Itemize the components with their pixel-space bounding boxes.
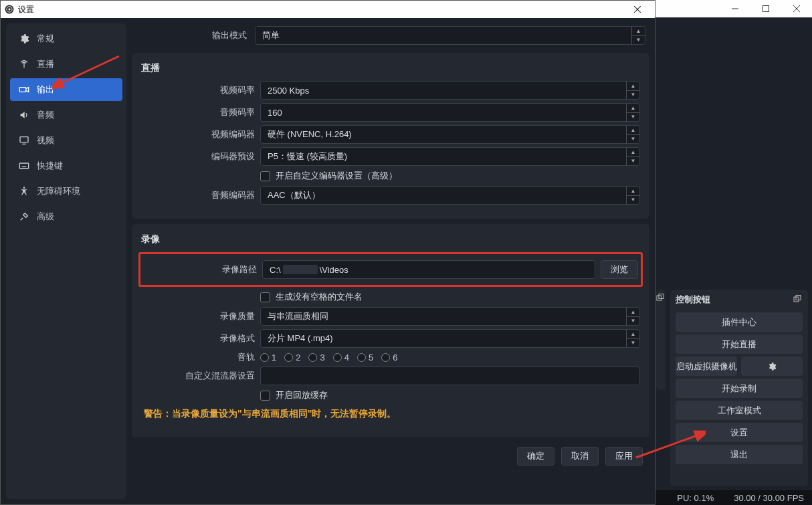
- exit-button[interactable]: 退出: [676, 445, 803, 464]
- studio-mode-button[interactable]: 工作室模式: [676, 401, 803, 420]
- svg-point-23: [23, 187, 25, 189]
- sidebar-item-label: 快捷键: [37, 160, 63, 172]
- close-icon: [634, 6, 641, 13]
- sidebar-item-general[interactable]: 常规: [10, 27, 122, 50]
- dialog-titlebar: 设置: [1, 1, 655, 18]
- record-path-label: 录像路径: [143, 264, 257, 276]
- video-bitrate-input[interactable]: 2500 Kbps ▲▼: [260, 81, 640, 100]
- monitor-icon: [18, 134, 30, 146]
- record-format-select[interactable]: 分片 MP4 (.mp4) ▲▼: [260, 329, 640, 348]
- main-window: 控制按钮 插件中心 开始直播 启动虚拟摄像机 开始录制 工作室模式 设置 退出 …: [655, 0, 812, 505]
- gear-icon: [767, 362, 777, 371]
- browse-button[interactable]: 浏览: [601, 260, 638, 279]
- apply-button[interactable]: 应用: [605, 447, 643, 466]
- accessibility-icon: [18, 185, 30, 197]
- select-spin-icon: ▲▼: [626, 148, 639, 165]
- sidebar-item-audio[interactable]: 音频: [10, 104, 122, 126]
- custom-encoder-checkbox[interactable]: [260, 171, 270, 181]
- select-spin-icon: ▲▼: [631, 27, 645, 44]
- record-quality-select[interactable]: 与串流画质相同 ▲▼: [260, 307, 640, 326]
- audio-encoder-select[interactable]: AAC（默认） ▲▼: [260, 186, 640, 205]
- record-path-input[interactable]: C:\\Videos: [262, 260, 595, 279]
- dialog-title: 设置: [18, 4, 620, 15]
- dialog-button-bar: 确定 取消 应用: [132, 443, 649, 472]
- controls-dock: 控制按钮 插件中心 开始直播 启动虚拟摄像机 开始录制 工作室模式 设置 退出: [670, 290, 808, 486]
- settings-content: 输出模式 简单 ▲▼ 直播 视频码率 2500 Kbps ▲▼ 音频码率: [132, 23, 649, 499]
- main-window-titlebar: [655, 0, 812, 17]
- output-mode-select[interactable]: 简单 ▲▼: [255, 26, 645, 45]
- tracks-label: 音轨: [141, 351, 255, 363]
- popout-icon[interactable]: [793, 295, 803, 304]
- replay-buffer-checkbox[interactable]: [260, 391, 270, 401]
- tools-icon: [18, 211, 30, 223]
- track-radio-4[interactable]: 4: [333, 352, 349, 363]
- spinner-icon: ▲▼: [626, 82, 639, 99]
- select-spin-icon: ▲▼: [626, 308, 639, 325]
- sidebar-item-label: 无障碍环境: [37, 185, 80, 197]
- mixer-input[interactable]: [260, 367, 640, 385]
- maximize-button[interactable]: [750, 0, 781, 17]
- svg-rect-15: [20, 137, 28, 142]
- track-radio-6[interactable]: 6: [381, 352, 397, 363]
- stream-section-title: 直播: [141, 62, 640, 74]
- select-spin-icon: ▲▼: [626, 104, 639, 121]
- video-encoder-label: 视频编码器: [141, 128, 255, 140]
- sidebar-item-accessibility[interactable]: 无障碍环境: [10, 180, 122, 203]
- svg-rect-17: [19, 163, 28, 169]
- track-radio-2[interactable]: 2: [284, 352, 300, 363]
- svg-rect-1: [763, 6, 769, 12]
- settings-button[interactable]: 设置: [676, 423, 803, 442]
- obs-icon: [5, 5, 14, 14]
- track-radio-5[interactable]: 5: [357, 352, 373, 363]
- cancel-button[interactable]: 取消: [561, 447, 599, 466]
- sidebar-item-stream[interactable]: 直播: [10, 53, 122, 76]
- plugin-center-button[interactable]: 插件中心: [676, 312, 803, 332]
- warning-text: 警告：当录像质量设为"与串流画质相同"时，无法暂停录制。: [144, 408, 637, 420]
- audio-bitrate-label: 音频码率: [141, 106, 255, 118]
- video-encoder-select[interactable]: 硬件 (NVENC, H.264) ▲▼: [260, 125, 640, 144]
- sidebar-item-label: 常规: [37, 33, 54, 45]
- output-icon: [18, 84, 30, 96]
- controls-dock-header: 控制按钮: [670, 290, 808, 310]
- audio-encoder-label: 音频编码器: [141, 189, 255, 201]
- track-radio-3[interactable]: 3: [308, 352, 324, 363]
- popout-icon[interactable]: [656, 294, 664, 302]
- audio-bitrate-select[interactable]: 160 ▲▼: [260, 103, 640, 122]
- minimize-button[interactable]: [720, 0, 750, 17]
- vcam-settings-button[interactable]: [741, 357, 803, 376]
- record-format-label: 录像格式: [141, 332, 255, 344]
- status-fps: 30.00 / 30.00 FPS: [734, 493, 804, 503]
- ok-button[interactable]: 确定: [517, 447, 554, 466]
- unknown-dock-fragment: [656, 290, 666, 390]
- sidebar-item-label: 高级: [37, 211, 54, 223]
- record-quality-label: 录像质量: [141, 310, 255, 322]
- select-spin-icon: ▲▼: [626, 330, 639, 347]
- keyboard-icon: [18, 160, 30, 172]
- gear-icon: [18, 33, 30, 45]
- close-main-button[interactable]: [781, 0, 812, 17]
- nospace-checkbox[interactable]: [260, 292, 270, 302]
- select-spin-icon: ▲▼: [626, 187, 639, 204]
- settings-dialog: 设置 常规 直播 输出 音频 视频: [0, 0, 655, 505]
- record-section-title: 录像: [141, 233, 640, 245]
- redacted-text: [283, 265, 318, 274]
- sidebar-item-hotkeys[interactable]: 快捷键: [10, 155, 122, 177]
- track-radio-1[interactable]: 1: [260, 352, 276, 363]
- status-bar: PU: 0.1% 30.00 / 30.00 FPS: [655, 490, 812, 505]
- highlight-box: 录像路径 C:\\Videos 浏览: [138, 252, 643, 287]
- stream-section: 直播 视频码率 2500 Kbps ▲▼ 音频码率 160 ▲▼: [132, 53, 649, 219]
- sidebar-item-label: 视频: [37, 134, 54, 146]
- start-stream-button[interactable]: 开始直播: [676, 334, 803, 354]
- speaker-icon: [18, 109, 30, 121]
- sidebar-item-label: 音频: [37, 109, 54, 121]
- start-vcam-button[interactable]: 启动虚拟摄像机: [676, 357, 737, 376]
- encoder-preset-label: 编码器预设: [141, 150, 255, 163]
- sidebar-item-output[interactable]: 输出: [10, 78, 122, 101]
- sidebar-item-advanced[interactable]: 高级: [10, 205, 122, 228]
- sidebar-item-video[interactable]: 视频: [10, 129, 122, 152]
- start-record-button[interactable]: 开始录制: [676, 379, 803, 398]
- dialog-close-button[interactable]: [624, 1, 651, 18]
- sidebar-item-label: 直播: [37, 58, 54, 70]
- encoder-preset-select[interactable]: P5：慢速 (较高质量) ▲▼: [260, 147, 640, 166]
- output-mode-label: 输出模式: [136, 29, 249, 41]
